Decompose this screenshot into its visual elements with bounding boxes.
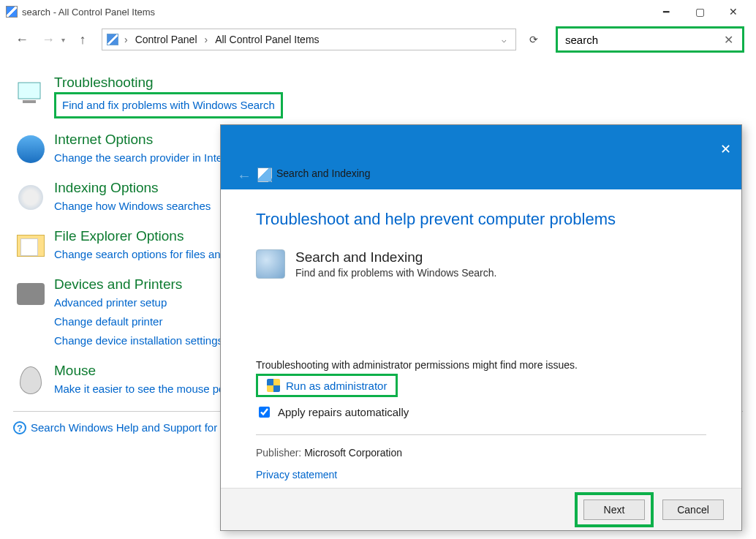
dialog-content: Troubleshoot and help prevent computer p…	[221, 189, 741, 488]
result-title[interactable]: Internet Options	[54, 132, 153, 147]
publisher-label: Publisher:	[256, 447, 301, 459]
link-find-fix-search[interactable]: Find and fix problems with Windows Searc…	[62, 97, 275, 114]
troubleshooter-item-sub: Find and fix problems with Windows Searc…	[295, 267, 496, 279]
troubleshooter-dialog: ✕ ← Search and Indexing Troubleshoot and…	[220, 124, 742, 531]
window-title: search - All Control Panel Items	[22, 7, 155, 18]
breadcrumb-2[interactable]: All Control Panel Items	[213, 34, 320, 45]
apply-repairs-label: Apply repairs automatically	[278, 406, 409, 418]
dialog-close-button[interactable]: ✕	[720, 141, 731, 157]
app-icon	[6, 6, 18, 18]
refresh-button[interactable]: ⟳	[522, 29, 545, 50]
main-titlebar: search - All Control Panel Items ━ ▢ ✕	[0, 0, 756, 23]
address-icon	[107, 34, 118, 45]
up-button[interactable]: ↑	[72, 32, 93, 48]
result-title[interactable]: Troubleshooting	[54, 75, 154, 90]
separator	[256, 434, 706, 435]
result-title[interactable]: Indexing Options	[54, 180, 159, 195]
result-title[interactable]: Devices and Printers	[54, 276, 182, 292]
result-title[interactable]: File Explorer Options	[54, 228, 184, 244]
link-change-device-installation[interactable]: Change device installation settings	[54, 332, 223, 350]
publisher-value: Microsoft Corporation	[304, 447, 402, 459]
apply-repairs-checkbox[interactable]	[259, 407, 270, 418]
link-mouse-pointer-visibility[interactable]: Make it easier to see the mouse pointer	[54, 380, 246, 398]
search-indexing-icon	[256, 249, 285, 279]
indexing-options-icon	[13, 180, 48, 215]
breadcrumb-1[interactable]: Control Panel	[134, 34, 199, 45]
dialog-title-icon	[257, 167, 272, 182]
svg-rect-0	[18, 83, 40, 99]
shield-icon	[267, 379, 280, 392]
link-change-how-windows-searches[interactable]: Change how Windows searches	[54, 197, 211, 215]
dialog-title-text: Search and Indexing	[276, 167, 370, 179]
result-title[interactable]: Mouse	[54, 363, 96, 378]
navigation-bar: ← → ▾ ↑ Control Panel All Control Panel …	[0, 23, 756, 60]
privacy-statement-link[interactable]: Privacy statement	[256, 469, 706, 480]
help-icon: ?	[13, 421, 26, 434]
file-explorer-options-icon	[13, 228, 48, 263]
link-change-default-printer[interactable]: Change default printer	[54, 313, 223, 331]
troubleshooting-icon	[13, 75, 48, 110]
troubleshooter-item-title: Search and Indexing	[295, 249, 496, 265]
run-as-admin-link[interactable]: Run as administrator	[286, 380, 387, 392]
dialog-heading: Troubleshoot and help prevent computer p…	[256, 210, 706, 229]
address-dropdown[interactable]: ⌵	[497, 35, 511, 45]
back-button[interactable]: ←	[12, 29, 32, 50]
next-button[interactable]: Next	[583, 500, 645, 520]
result-troubleshooting: Troubleshooting Find and fix problems wi…	[13, 75, 743, 118]
troubleshooter-item-row: Search and Indexing Find and fix problem…	[256, 249, 706, 279]
cancel-button[interactable]: Cancel	[662, 500, 724, 520]
history-dropdown[interactable]: ▾	[61, 36, 65, 44]
clear-search-icon[interactable]: ✕	[721, 33, 736, 47]
internet-options-icon	[13, 132, 48, 167]
dialog-back-button[interactable]: ←	[237, 167, 252, 184]
devices-printers-icon	[13, 276, 48, 312]
publisher-row: Publisher: Microsoft Corporation	[256, 447, 706, 459]
close-button[interactable]: ✕	[717, 0, 750, 23]
apply-repairs-row[interactable]: Apply repairs automatically	[256, 404, 706, 420]
minimize-button[interactable]: ━	[649, 0, 683, 23]
address-bar[interactable]: Control Panel All Control Panel Items ⌵	[102, 29, 516, 50]
link-advanced-printer-setup[interactable]: Advanced printer setup	[54, 294, 223, 312]
search-input[interactable]	[564, 33, 721, 47]
dialog-titlebar: ✕ ← Search and Indexing	[221, 125, 741, 189]
maximize-button[interactable]: ▢	[683, 0, 717, 23]
next-button-highlight: Next	[575, 492, 654, 527]
forward-button[interactable]: →	[38, 29, 58, 50]
admin-note: Troubleshooting with administrator permi…	[256, 359, 706, 371]
svg-rect-1	[23, 100, 36, 103]
search-box[interactable]: ✕	[556, 26, 744, 53]
mouse-icon	[13, 363, 48, 398]
dialog-footer: Next Cancel	[221, 488, 741, 530]
run-as-admin-box[interactable]: Run as administrator	[256, 374, 398, 397]
